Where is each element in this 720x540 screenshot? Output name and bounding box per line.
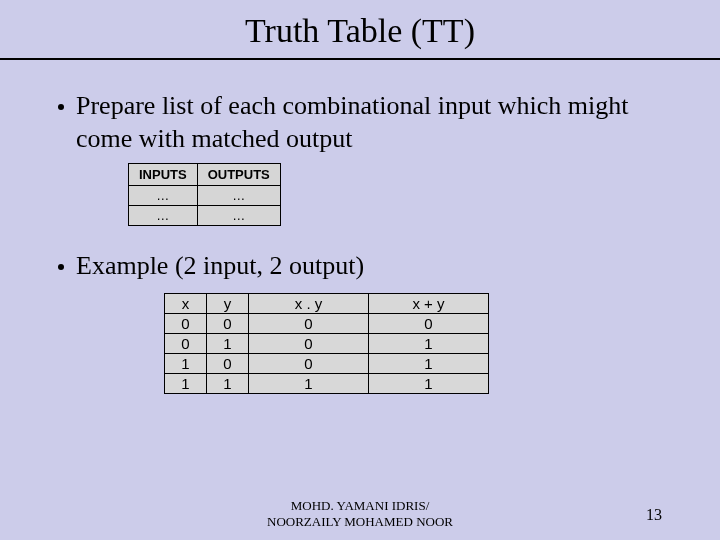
tt-header-and: x . y bbox=[249, 293, 369, 313]
truth-table-wrap: x y x . y x + y 0 0 0 0 0 1 0 1 1 0 0 bbox=[164, 293, 680, 394]
table-row: 0 1 0 1 bbox=[165, 333, 489, 353]
tt-header-x: x bbox=[165, 293, 207, 313]
io-header-outputs: OUTPUTS bbox=[197, 164, 280, 186]
bullet-1: Prepare list of each combinational input… bbox=[40, 90, 680, 155]
tt-cell: 1 bbox=[249, 373, 369, 393]
table-row: 0 0 0 0 bbox=[165, 313, 489, 333]
io-cell: … bbox=[129, 186, 198, 206]
tt-cell: 0 bbox=[165, 333, 207, 353]
io-table-wrap: INPUTS OUTPUTS … … … … bbox=[128, 163, 680, 226]
tt-cell: 0 bbox=[249, 333, 369, 353]
footer-line-1: MOHD. YAMANI IDRIS/ bbox=[291, 498, 430, 513]
footer-line-2: NOORZAILY MOHAMED NOOR bbox=[267, 514, 453, 529]
table-row: … … bbox=[129, 186, 281, 206]
tt-cell: 0 bbox=[207, 313, 249, 333]
tt-cell: 0 bbox=[249, 313, 369, 333]
bullet-dot-icon bbox=[58, 104, 64, 110]
tt-cell: 1 bbox=[369, 333, 489, 353]
tt-header-y: y bbox=[207, 293, 249, 313]
page-number: 13 bbox=[646, 506, 662, 524]
io-table: INPUTS OUTPUTS … … … … bbox=[128, 163, 281, 226]
bullet-1-text: Prepare list of each combinational input… bbox=[76, 90, 680, 155]
tt-header-or: x + y bbox=[369, 293, 489, 313]
table-row: … … bbox=[129, 206, 281, 226]
table-row: 1 0 0 1 bbox=[165, 353, 489, 373]
io-cell: … bbox=[129, 206, 198, 226]
tt-cell: 0 bbox=[207, 353, 249, 373]
table-row: INPUTS OUTPUTS bbox=[129, 164, 281, 186]
bullet-2-text: Example (2 input, 2 output) bbox=[76, 250, 364, 283]
bullet-dot-icon bbox=[58, 264, 64, 270]
io-header-inputs: INPUTS bbox=[129, 164, 198, 186]
footer-author: MOHD. YAMANI IDRIS/ NOORZAILY MOHAMED NO… bbox=[0, 498, 720, 531]
tt-cell: 1 bbox=[207, 373, 249, 393]
tt-cell: 1 bbox=[207, 333, 249, 353]
tt-cell: 0 bbox=[369, 313, 489, 333]
tt-cell: 0 bbox=[249, 353, 369, 373]
tt-cell: 1 bbox=[369, 353, 489, 373]
tt-cell: 0 bbox=[165, 313, 207, 333]
tt-cell: 1 bbox=[165, 353, 207, 373]
tt-cell: 1 bbox=[165, 373, 207, 393]
table-row: 1 1 1 1 bbox=[165, 373, 489, 393]
truth-table: x y x . y x + y 0 0 0 0 0 1 0 1 1 0 0 bbox=[164, 293, 489, 394]
table-row: x y x . y x + y bbox=[165, 293, 489, 313]
io-cell: … bbox=[197, 186, 280, 206]
content-area: Prepare list of each combinational input… bbox=[0, 60, 720, 394]
io-cell: … bbox=[197, 206, 280, 226]
bullet-2: Example (2 input, 2 output) bbox=[40, 250, 680, 283]
tt-cell: 1 bbox=[369, 373, 489, 393]
slide-title: Truth Table (TT) bbox=[0, 0, 720, 58]
